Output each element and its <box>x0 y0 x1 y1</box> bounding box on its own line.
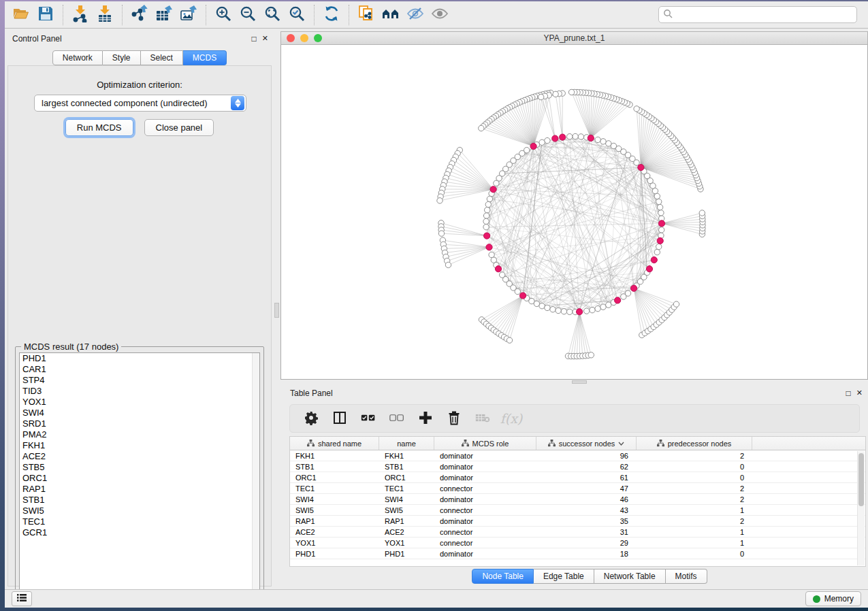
optimization-criterion-select[interactable]: largest connected component (undirected) <box>34 95 246 112</box>
network-node[interactable] <box>578 134 583 139</box>
zoom-in-button[interactable] <box>211 3 236 27</box>
mcds-result-item[interactable]: RAP1 <box>20 484 259 495</box>
export-image-button[interactable] <box>176 3 201 27</box>
network-node[interactable] <box>483 218 489 224</box>
network-node[interactable] <box>567 309 573 314</box>
import-table-button[interactable] <box>93 3 117 27</box>
mcds-hub-node[interactable] <box>520 293 526 299</box>
delete-entry-button[interactable] <box>443 408 466 429</box>
network-node[interactable] <box>673 301 679 307</box>
network-node[interactable] <box>625 291 630 296</box>
network-node[interactable] <box>595 137 600 142</box>
network-node[interactable] <box>534 301 539 306</box>
network-node[interactable] <box>654 193 660 199</box>
hide-selected-button[interactable] <box>403 3 428 27</box>
network-node[interactable] <box>567 134 573 139</box>
mcds-hub-node[interactable] <box>495 266 501 272</box>
mcds-result-item[interactable]: SWI5 <box>20 506 259 516</box>
import-network-button[interactable] <box>68 3 93 27</box>
mcds-result-item[interactable]: SRD1 <box>20 418 259 429</box>
network-node[interactable] <box>539 94 544 99</box>
mcds-result-item[interactable]: YOX1 <box>20 397 259 408</box>
network-node[interactable] <box>487 196 492 201</box>
network-node[interactable] <box>553 91 558 97</box>
delete-table-button[interactable] <box>471 408 494 429</box>
network-node[interactable] <box>479 125 484 131</box>
export-table-button[interactable] <box>152 3 176 27</box>
mcds-hub-node[interactable] <box>651 257 657 263</box>
network-window-titlebar[interactable]: YPA_prune.txt_1 <box>280 31 868 45</box>
run-mcds-button[interactable]: Run MCDS <box>65 119 133 136</box>
search-input[interactable] <box>676 8 852 22</box>
mcds-result-item[interactable]: TID3 <box>20 386 259 397</box>
network-node[interactable] <box>438 231 444 236</box>
table-row[interactable]: RAP1RAP1dominator352 <box>290 516 865 527</box>
network-node[interactable] <box>659 227 664 233</box>
mcds-result-item[interactable]: STB1 <box>20 495 259 506</box>
table-settings-button[interactable] <box>300 408 323 429</box>
network-node[interactable] <box>584 308 590 314</box>
network-node[interactable] <box>483 225 489 230</box>
tab-node-table[interactable]: Node Table <box>472 569 534 584</box>
network-node[interactable] <box>539 303 545 309</box>
network-node[interactable] <box>595 306 600 311</box>
network-node[interactable] <box>545 137 550 143</box>
minimize-window-button[interactable] <box>300 34 308 42</box>
memory-button[interactable]: Memory <box>805 591 861 606</box>
tab-network[interactable]: Network <box>52 50 103 65</box>
scrollbar-thumb[interactable] <box>858 453 864 506</box>
mcds-hub-node[interactable] <box>615 297 621 303</box>
network-node[interactable] <box>445 262 451 267</box>
network-node[interactable] <box>573 133 578 139</box>
close-window-button[interactable] <box>287 34 295 42</box>
table-row[interactable]: PHD1PHD1dominator180 <box>290 548 865 559</box>
network-node[interactable] <box>590 308 595 313</box>
tab-style[interactable]: Style <box>103 50 141 65</box>
vertical-splitter[interactable] <box>274 29 280 589</box>
splitter-grip[interactable] <box>274 303 279 318</box>
mcds-list-scrollbar[interactable] <box>252 353 259 594</box>
mcds-hub-node[interactable] <box>490 186 496 193</box>
network-canvas[interactable] <box>280 45 868 380</box>
network-node[interactable] <box>658 210 664 216</box>
tab-mcds[interactable]: MCDS <box>183 50 227 65</box>
network-node[interactable] <box>437 198 443 203</box>
apply-layout-button[interactable] <box>319 3 344 27</box>
mcds-hub-node[interactable] <box>657 237 663 244</box>
zoom-out-button[interactable] <box>236 3 260 27</box>
network-node[interactable] <box>588 352 594 358</box>
network-node[interactable] <box>515 288 520 294</box>
table-row[interactable]: FKH1FKH1dominator962 <box>290 450 865 461</box>
mcds-result-item[interactable]: ORC1 <box>20 473 259 484</box>
mcds-result-item[interactable]: TEC1 <box>20 516 259 527</box>
column-header-predecessor-nodes[interactable]: predecessor nodes <box>637 437 752 450</box>
network-node[interactable] <box>611 143 616 148</box>
float-panel-button[interactable]: □ <box>252 35 257 43</box>
network-node[interactable] <box>606 141 611 146</box>
network-node[interactable] <box>494 180 499 186</box>
mcds-hub-node[interactable] <box>631 285 637 291</box>
network-node[interactable] <box>600 139 606 144</box>
mcds-hub-node[interactable] <box>577 309 583 315</box>
network-node[interactable] <box>485 208 490 213</box>
mcds-hub-node[interactable] <box>484 233 490 239</box>
tab-network-table[interactable]: Network Table <box>594 569 666 584</box>
close-mcds-panel-button[interactable]: Close panel <box>144 119 214 136</box>
mcds-hub-node[interactable] <box>552 135 558 142</box>
mcds-hub-node[interactable] <box>486 244 492 250</box>
mcds-hub-node[interactable] <box>588 135 594 141</box>
column-header-successor-nodes[interactable]: successor nodes <box>536 437 637 450</box>
mcds-hub-node[interactable] <box>646 266 652 272</box>
open-file-button[interactable] <box>9 3 33 27</box>
column-header-MCDS-role[interactable]: MCDS role <box>434 437 536 450</box>
mcds-hub-node[interactable] <box>638 165 644 171</box>
table-row[interactable]: SWI5SWI5connector431 <box>290 505 865 516</box>
deselect-all-button[interactable] <box>385 408 408 429</box>
zoom-fit-button[interactable] <box>260 3 285 27</box>
toggle-columns-button[interactable] <box>328 408 351 429</box>
export-network-button[interactable] <box>127 3 152 27</box>
close-panel-button[interactable]: ✕ <box>262 35 268 43</box>
network-node[interactable] <box>550 307 556 312</box>
mcds-result-item[interactable]: FKH1 <box>20 440 259 451</box>
tab-edge-table[interactable]: Edge Table <box>534 569 594 584</box>
